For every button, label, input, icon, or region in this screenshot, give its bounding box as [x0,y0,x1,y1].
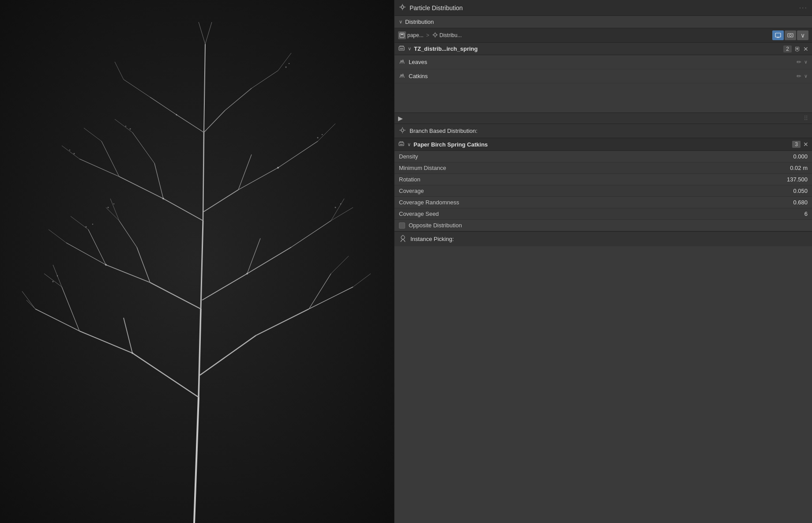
leaves-actions: ✏ ∨ [797,59,808,65]
prop-row-min-distance: Minimum Distance 0.02 m [395,162,812,174]
svg-point-84 [401,6,404,8]
grip-handle: ⠿ [804,115,808,122]
particle-list: Leaves ✏ ∨ Catkins ✏ ∨ [395,55,812,113]
tree-scene [0,0,394,523]
instance-dropdown-arrow[interactable]: ∨ [407,142,411,147]
svg-point-105 [401,129,404,132]
catkins-edit-icon[interactable]: ✏ [797,73,801,79]
coverage-randomness-value[interactable]: 0.680 [772,199,808,206]
opposite-distribution-checkbox[interactable] [399,222,405,229]
properties-list: Density 0.000 Minimum Distance 0.02 m Ro… [395,151,812,220]
instance-badge: 3 [792,141,801,148]
svg-point-78 [335,207,336,208]
breadcrumb-separator: > [426,32,429,38]
svg-point-63 [105,264,107,266]
modifier-row: ∨ TZ_distrib...irch_spring 2 ⛨ ✕ [395,43,812,55]
svg-point-80 [317,137,319,139]
min-distance-label: Minimum Distance [399,165,772,171]
rotation-value[interactable]: 137.500 [772,176,808,183]
svg-point-68 [53,281,54,282]
panel-header: Particle Distribution ··· [395,0,812,16]
view-button-screen[interactable] [772,30,784,40]
properties-panel: Particle Distribution ··· ∨ Distribution… [394,0,812,523]
leaves-particle-icon [399,58,405,66]
svg-point-62 [132,352,133,354]
breadcrumb-text-1[interactable]: pape... [407,32,424,38]
leaves-edit-icon[interactable]: ✏ [797,59,801,65]
catkins-label: Catkins [409,73,793,79]
instance-row: ∨ Paper Birch Spring Catkins 3 ✕ [395,138,812,151]
svg-rect-90 [401,34,403,35]
list-item-catkins[interactable]: Catkins ✏ ∨ [395,69,812,83]
leaves-expand-icon[interactable]: ∨ [804,59,808,65]
coverage-value[interactable]: 0.050 [772,188,808,194]
svg-point-71 [92,224,93,225]
modifier-name: TZ_distrib...irch_spring [414,45,781,52]
leaves-label: Leaves [409,59,793,65]
svg-point-79 [340,203,341,204]
min-distance-value[interactable]: 0.02 m [772,165,808,171]
coverage-label: Coverage [399,188,772,194]
3d-viewport[interactable] [0,0,394,523]
coverage-randomness-label: Coverage Randomness [399,199,772,206]
prop-row-coverage-seed: Coverage Seed 6 [395,208,812,220]
breadcrumb-particle-icon [432,32,438,39]
branch-dist-icon [399,127,406,135]
svg-point-75 [69,150,70,151]
breadcrumb-text-2[interactable]: Distribu... [440,32,462,38]
catkins-expand-icon[interactable]: ∨ [804,73,808,79]
svg-point-66 [277,167,279,169]
distribution-chevron[interactable]: ∨ [399,19,402,25]
play-button[interactable]: ▶ [398,115,403,122]
svg-point-83 [289,63,289,64]
view-button-camera[interactable] [785,30,796,40]
branch-distribution-header: Branch Based Distribution: [395,124,812,138]
instance-close-button[interactable]: ✕ [803,141,808,148]
list-controls: ▶ ⠿ [395,113,812,124]
list-item-leaves[interactable]: Leaves ✏ ∨ [395,55,812,69]
svg-point-70 [86,226,87,228]
breadcrumb-item-2: Distribu... [432,32,462,39]
header-left: Particle Distribution [399,4,463,12]
svg-point-81 [322,134,323,135]
svg-point-77 [125,126,126,127]
svg-point-76 [130,128,131,130]
modifier-badge: 2 [783,45,792,53]
modifier-close-button[interactable]: ✕ [803,45,808,53]
panel-title: Particle Distribution [410,4,463,11]
breadcrumb-bar: pape... > Distribu... [395,28,812,43]
svg-rect-96 [775,33,781,37]
prop-row-coverage-randomness: Coverage Randomness 0.680 [395,197,812,208]
instance-printer-icon [398,140,405,148]
view-button-expand[interactable]: ∨ [797,30,808,40]
svg-point-100 [789,34,792,37]
particle-header-icon [399,4,406,12]
rotation-label: Rotation [399,176,772,183]
prop-row-density: Density 0.000 [395,151,812,162]
modifier-printer-icon [398,45,405,53]
distribution-title: Distribution [405,19,434,25]
svg-point-82 [286,67,287,68]
breadcrumb-item-1: pape... [398,31,424,39]
distribution-section: ∨ Distribution [395,16,812,28]
svg-point-74 [74,153,75,154]
coverage-seed-label: Coverage Seed [399,211,772,217]
svg-point-67 [176,114,177,116]
opposite-distribution-row: Opposite Distribution [395,220,812,231]
breadcrumb-icon-1 [398,31,406,39]
instance-picking-row: Instance Picking: [395,231,812,246]
svg-rect-89 [400,33,404,38]
svg-point-73 [113,203,114,204]
svg-point-72 [108,207,109,208]
opposite-distribution-label: Opposite Distribution [409,222,462,229]
coverage-seed-value[interactable]: 6 [772,211,808,217]
prop-row-coverage: Coverage 0.050 [395,185,812,197]
svg-point-69 [57,275,58,276]
density-value[interactable]: 0.000 [772,153,808,160]
instance-picking-icon [399,234,407,244]
svg-rect-111 [400,144,403,145]
modifier-shield-icon: ⛨ [794,45,801,53]
svg-rect-102 [400,48,403,49]
modifier-dropdown-arrow[interactable]: ∨ [408,46,411,52]
panel-menu-dots[interactable]: ··· [799,4,808,12]
